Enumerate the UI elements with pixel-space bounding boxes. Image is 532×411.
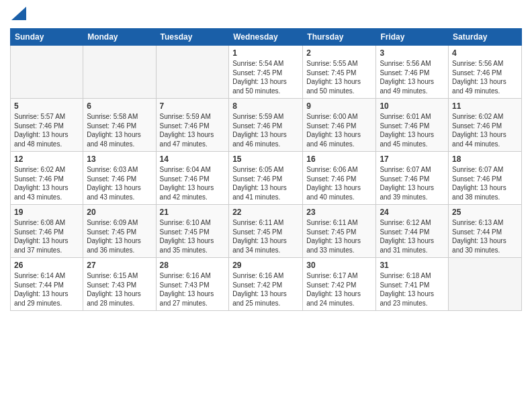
calendar-day-6: 6Sunrise: 5:58 AMSunset: 7:46 PMDaylight… xyxy=(83,99,156,152)
calendar-day-25: 25Sunrise: 6:13 AMSunset: 7:44 PMDayligh… xyxy=(449,205,522,258)
calendar-day-26: 26Sunrise: 6:14 AMSunset: 7:44 PMDayligh… xyxy=(11,258,83,311)
day-info-text: Sunrise: 6:06 AMSunset: 7:46 PMDaylight:… xyxy=(306,165,372,201)
day-info-text: Sunrise: 6:02 AMSunset: 7:46 PMDaylight:… xyxy=(452,112,518,148)
calendar-day-10: 10Sunrise: 6:01 AMSunset: 7:46 PMDayligh… xyxy=(376,99,449,152)
calendar-table: SundayMondayTuesdayWednesdayThursdayFrid… xyxy=(10,28,522,311)
svg-marker-0 xyxy=(11,7,26,20)
day-number: 17 xyxy=(380,154,445,164)
calendar-day-3: 3Sunrise: 5:56 AMSunset: 7:46 PMDaylight… xyxy=(376,46,449,99)
day-info-text: Sunrise: 6:16 AMSunset: 7:43 PMDaylight:… xyxy=(160,271,226,308)
day-info-text: Sunrise: 5:55 AMSunset: 7:45 PMDaylight:… xyxy=(306,59,372,95)
calendar-day-31: 31Sunrise: 6:18 AMSunset: 7:41 PMDayligh… xyxy=(376,258,449,311)
calendar-week-row: 19Sunrise: 6:08 AMSunset: 7:46 PMDayligh… xyxy=(11,205,522,258)
calendar-day-7: 7Sunrise: 5:59 AMSunset: 7:46 PMDaylight… xyxy=(156,99,229,152)
day-info-text: Sunrise: 6:11 AMSunset: 7:45 PMDaylight:… xyxy=(232,218,299,255)
calendar-day-2: 2Sunrise: 5:55 AMSunset: 7:45 PMDaylight… xyxy=(303,46,376,99)
day-number: 25 xyxy=(452,208,518,217)
day-number: 27 xyxy=(87,261,152,270)
day-info-text: Sunrise: 6:12 AMSunset: 7:44 PMDaylight:… xyxy=(380,218,445,255)
calendar-day-23: 23Sunrise: 6:11 AMSunset: 7:45 PMDayligh… xyxy=(303,205,376,258)
day-info-text: Sunrise: 6:07 AMSunset: 7:46 PMDaylight:… xyxy=(380,165,445,201)
day-info-text: Sunrise: 6:15 AMSunset: 7:43 PMDaylight:… xyxy=(87,271,152,308)
calendar-day-9: 9Sunrise: 6:00 AMSunset: 7:46 PMDaylight… xyxy=(303,99,376,152)
day-info-text: Sunrise: 5:59 AMSunset: 7:46 PMDaylight:… xyxy=(160,112,226,148)
day-number: 18 xyxy=(452,154,518,164)
header-day-thursday: Thursday xyxy=(303,29,376,46)
calendar-week-row: 1Sunrise: 5:54 AMSunset: 7:45 PMDaylight… xyxy=(11,46,522,99)
day-number: 9 xyxy=(306,101,372,111)
day-info-text: Sunrise: 5:59 AMSunset: 7:46 PMDaylight:… xyxy=(232,112,299,148)
calendar-week-row: 12Sunrise: 6:02 AMSunset: 7:46 PMDayligh… xyxy=(11,152,522,205)
logo xyxy=(10,7,26,23)
day-info-text: Sunrise: 6:07 AMSunset: 7:46 PMDaylight:… xyxy=(452,165,518,201)
calendar-day-27: 27Sunrise: 6:15 AMSunset: 7:43 PMDayligh… xyxy=(83,258,156,311)
day-number: 11 xyxy=(452,101,518,111)
day-number: 28 xyxy=(160,261,226,270)
calendar-day-22: 22Sunrise: 6:11 AMSunset: 7:45 PMDayligh… xyxy=(229,205,303,258)
day-info-text: Sunrise: 6:11 AMSunset: 7:45 PMDaylight:… xyxy=(306,218,372,255)
day-info-text: Sunrise: 6:17 AMSunset: 7:42 PMDaylight:… xyxy=(306,271,372,308)
calendar-day-28: 28Sunrise: 6:16 AMSunset: 7:43 PMDayligh… xyxy=(156,258,229,311)
day-info-text: Sunrise: 5:56 AMSunset: 7:46 PMDaylight:… xyxy=(452,59,518,95)
day-number: 3 xyxy=(380,48,445,58)
header-day-sunday: Sunday xyxy=(11,29,83,46)
page-container: SundayMondayTuesdayWednesdayThursdayFrid… xyxy=(0,0,532,321)
calendar-day-13: 13Sunrise: 6:03 AMSunset: 7:46 PMDayligh… xyxy=(83,152,156,205)
calendar-empty-cell xyxy=(156,46,229,99)
day-info-text: Sunrise: 6:09 AMSunset: 7:45 PMDaylight:… xyxy=(87,218,152,255)
day-info-text: Sunrise: 6:04 AMSunset: 7:46 PMDaylight:… xyxy=(160,165,226,201)
day-number: 16 xyxy=(306,154,372,164)
calendar-day-12: 12Sunrise: 6:02 AMSunset: 7:46 PMDayligh… xyxy=(11,152,83,205)
header-day-monday: Monday xyxy=(83,29,156,46)
calendar-day-19: 19Sunrise: 6:08 AMSunset: 7:46 PMDayligh… xyxy=(11,205,83,258)
day-info-text: Sunrise: 6:18 AMSunset: 7:41 PMDaylight:… xyxy=(380,271,445,308)
calendar-day-21: 21Sunrise: 6:10 AMSunset: 7:45 PMDayligh… xyxy=(156,205,229,258)
day-number: 15 xyxy=(232,154,299,164)
day-number: 20 xyxy=(87,208,152,217)
day-info-text: Sunrise: 6:08 AMSunset: 7:46 PMDaylight:… xyxy=(14,218,79,255)
day-number: 8 xyxy=(232,101,299,111)
calendar-empty-cell xyxy=(83,46,156,99)
calendar-day-30: 30Sunrise: 6:17 AMSunset: 7:42 PMDayligh… xyxy=(303,258,376,311)
day-info-text: Sunrise: 6:16 AMSunset: 7:42 PMDaylight:… xyxy=(232,271,299,308)
day-number: 22 xyxy=(232,208,299,217)
calendar-empty-cell xyxy=(11,46,83,99)
day-info-text: Sunrise: 5:58 AMSunset: 7:46 PMDaylight:… xyxy=(87,112,152,148)
header-day-tuesday: Tuesday xyxy=(156,29,229,46)
calendar-day-17: 17Sunrise: 6:07 AMSunset: 7:46 PMDayligh… xyxy=(376,152,449,205)
calendar-week-row: 26Sunrise: 6:14 AMSunset: 7:44 PMDayligh… xyxy=(11,258,522,311)
calendar-day-4: 4Sunrise: 5:56 AMSunset: 7:46 PMDaylight… xyxy=(449,46,522,99)
day-number: 21 xyxy=(160,208,226,217)
day-number: 1 xyxy=(232,48,299,58)
calendar-week-row: 5Sunrise: 5:57 AMSunset: 7:46 PMDaylight… xyxy=(11,99,522,152)
day-info-text: Sunrise: 5:57 AMSunset: 7:46 PMDaylight:… xyxy=(14,112,79,148)
day-info-text: Sunrise: 6:05 AMSunset: 7:46 PMDaylight:… xyxy=(232,165,299,201)
day-number: 6 xyxy=(87,101,152,111)
day-number: 4 xyxy=(452,48,518,58)
calendar-day-29: 29Sunrise: 6:16 AMSunset: 7:42 PMDayligh… xyxy=(229,258,303,311)
header-day-friday: Friday xyxy=(376,29,449,46)
day-number: 5 xyxy=(14,101,79,111)
calendar-day-20: 20Sunrise: 6:09 AMSunset: 7:45 PMDayligh… xyxy=(83,205,156,258)
logo-arrow-icon xyxy=(11,7,26,20)
day-number: 10 xyxy=(380,101,445,111)
day-info-text: Sunrise: 6:01 AMSunset: 7:46 PMDaylight:… xyxy=(380,112,445,148)
day-number: 23 xyxy=(306,208,372,217)
calendar-day-1: 1Sunrise: 5:54 AMSunset: 7:45 PMDaylight… xyxy=(229,46,303,99)
header-day-saturday: Saturday xyxy=(449,29,522,46)
day-number: 7 xyxy=(160,101,226,111)
calendar-day-11: 11Sunrise: 6:02 AMSunset: 7:46 PMDayligh… xyxy=(449,99,522,152)
calendar-day-8: 8Sunrise: 5:59 AMSunset: 7:46 PMDaylight… xyxy=(229,99,303,152)
day-number: 12 xyxy=(14,154,79,164)
calendar-day-15: 15Sunrise: 6:05 AMSunset: 7:46 PMDayligh… xyxy=(229,152,303,205)
day-info-text: Sunrise: 5:54 AMSunset: 7:45 PMDaylight:… xyxy=(232,59,299,95)
calendar-empty-cell xyxy=(449,258,522,311)
header-day-wednesday: Wednesday xyxy=(229,29,303,46)
day-info-text: Sunrise: 6:00 AMSunset: 7:46 PMDaylight:… xyxy=(306,112,372,148)
day-info-text: Sunrise: 6:10 AMSunset: 7:45 PMDaylight:… xyxy=(160,218,226,255)
calendar-day-14: 14Sunrise: 6:04 AMSunset: 7:46 PMDayligh… xyxy=(156,152,229,205)
day-info-text: Sunrise: 6:14 AMSunset: 7:44 PMDaylight:… xyxy=(14,271,79,308)
day-number: 30 xyxy=(306,261,372,270)
day-number: 29 xyxy=(232,261,299,270)
calendar-header-row: SundayMondayTuesdayWednesdayThursdayFrid… xyxy=(11,29,522,46)
